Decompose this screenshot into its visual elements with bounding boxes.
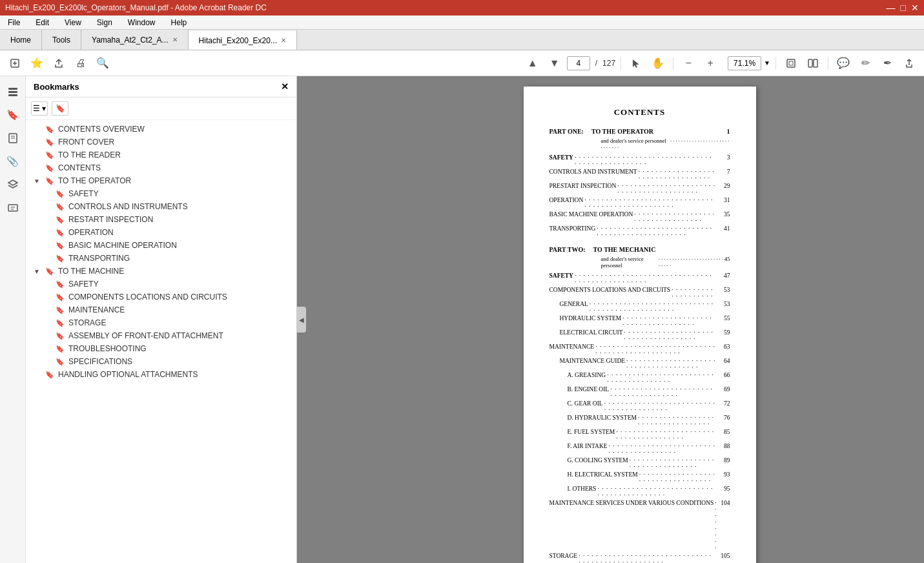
sidebar-bookmark-add-button[interactable]: 🔖 [52,101,68,116]
tab-tools[interactable]: Tools [42,30,81,50]
bookmark-label: STORAGE [68,318,106,327]
toc-row-storage: STORAGE · · · · · · · · · · · · · · · · … [549,553,730,563]
bookmark-assembly-front[interactable]: 🔖 ASSEMBLY OF FRONT-END ATTACHMENT [26,329,296,342]
pen-button[interactable]: ✏ [856,54,875,73]
tab-yamaha-label: Yamaha_At2_Ct2_A... [92,36,169,45]
zoom-input[interactable] [728,56,761,70]
menu-view[interactable]: View [62,17,84,28]
toc-row-fuel: E. FUEL SYSTEM · · · · · · · · · · · · ·… [568,429,730,442]
fit-page-button[interactable] [781,54,801,73]
bookmark-contents[interactable]: 🔖 CONTENTS [26,161,296,174]
bookmark-icon: 🔖 [56,306,65,314]
bookmark-label: CONTENTS OVERVIEW [58,125,145,134]
bookmark-front-cover[interactable]: 🔖 FRONT COVER [26,136,296,148]
bookmark-storage[interactable]: 🔖 STORAGE [26,316,296,329]
print-button[interactable]: 🖨 [71,54,90,73]
tab-home[interactable]: Home [0,30,42,50]
bookmark-transporting[interactable]: 🔖 TRANSPORTING [26,252,296,265]
strip-pages-button[interactable] [3,128,23,148]
create-button[interactable] [5,54,25,73]
toc-row-air-intake: F. AIR INTAKE · · · · · · · · · · · · · … [568,443,730,456]
tab-yamaha[interactable]: Yamaha_At2_Ct2_A... ✕ [81,30,189,50]
zoom-control: ▼ [728,56,770,70]
bookmark-to-the-operator[interactable]: ▼ 🔖 TO THE OPERATOR [26,174,296,187]
part-one-title: TO THE OPERATOR [591,128,653,135]
maximize-button[interactable]: □ [901,3,906,13]
bookmark-icon: 🔖 [56,190,65,198]
title-bar-controls[interactable]: — □ ✕ [887,3,919,13]
menu-window[interactable]: Window [125,17,158,28]
close-button[interactable]: ✕ [911,3,919,13]
bookmark-icon: 🔖 [56,229,65,237]
search-button[interactable]: 🔍 [93,54,112,73]
menu-edit[interactable]: Edit [33,17,52,28]
pdf-area[interactable]: ◀ CONTENTS PART ONE: TO THE OPERATOR 1 a… [297,76,924,563]
strip-attach-button[interactable]: 📎 [3,151,23,172]
menu-file[interactable]: File [5,17,23,28]
tab-home-label: Home [10,36,31,45]
cursor-tool-button[interactable] [626,54,646,73]
zoom-dropdown-icon[interactable]: ▼ [764,59,770,67]
bookmark-handling-optional[interactable]: 🔖 HANDLING OPTIONAL ATTACHMENTS [26,368,296,381]
toc-row-hydraulic-sys: D. HYDRAULIC SYSTEM · · · · · · · · · · … [568,415,730,427]
bookmark-safety-2[interactable]: 🔖 SAFETY [26,278,296,291]
expand-icon-expanded[interactable]: ▼ [34,268,41,275]
sidebar-menu-button[interactable]: ☰ ▾ [31,101,48,116]
bookmark-controls-instruments[interactable]: 🔖 CONTROLS AND INSTRUMENTS [26,200,296,213]
bookmark-label: TO THE MACHINE [58,267,124,276]
strip-layers2-button[interactable] [3,174,23,195]
bookmark-label: TO THE OPERATOR [58,176,131,185]
toc-row-safety2: SAFETY · · · · · · · · · · · · · · · · ·… [549,272,730,285]
bookmark-components-locations[interactable]: 🔖 COMPONENTS LOCATIONS AND CIRCUITS [26,291,296,303]
zoom-in-button[interactable]: + [701,54,720,73]
bookmark-icon: 🔖 [45,164,54,172]
strip-bookmark-button[interactable]: 🔖 [3,105,23,125]
bookmark-operation[interactable]: 🔖 OPERATION [26,226,296,239]
title-bar-text: Hitachi_Ex200_Ex200lc_Operators_Manual.p… [5,3,267,12]
expand-icon-expanded[interactable]: ▼ [34,178,41,185]
bookmark-maintenance[interactable]: 🔖 MAINTENANCE [26,303,296,316]
bookmark-label: FRONT COVER [58,138,114,147]
strip-form-button[interactable] [3,198,23,218]
bookmark-icon: 🔖 [45,371,54,379]
tab-hitachi[interactable]: Hitachi_Ex200_Ex20... ✕ [189,30,297,50]
collapse-sidebar-handle[interactable]: ◀ [297,307,306,333]
bookmark-label: SAFETY [68,189,99,198]
toc-row-components: COMPONENTS LOCATIONS AND CIRCUITS · · · … [549,287,730,300]
prev-page-button[interactable]: ▲ [523,54,542,73]
bookmark-contents-overview[interactable]: 🔖 CONTENTS OVERVIEW [26,123,296,136]
menu-sign[interactable]: Sign [94,17,115,28]
bookmark-to-the-reader[interactable]: 🔖 TO THE READER [26,148,296,161]
bookmark-button[interactable]: ⭐ [27,54,46,73]
next-page-button[interactable]: ▼ [545,54,564,73]
toc-row-maintenance: MAINTENANCE · · · · · · · · · · · · · · … [549,343,730,356]
bookmark-icon: 🔖 [45,125,54,134]
svg-rect-7 [8,88,17,90]
strip-layers-button[interactable] [3,81,23,102]
draw-button[interactable]: ✒ [878,54,897,73]
sidebar-close-icon[interactable]: ✕ [281,81,289,92]
bookmark-safety-1[interactable]: 🔖 SAFETY [26,187,296,200]
bookmarks-tree: 🔖 CONTENTS OVERVIEW 🔖 FRONT COVER 🔖 TO T… [26,120,296,563]
toc-row-transporting: TRANSPORTING · · · · · · · · · · · · · ·… [549,225,730,238]
page-number-input[interactable] [567,56,590,70]
comment-button[interactable]: 💬 [834,54,853,73]
bookmark-restart-inspection[interactable]: 🔖 RESTART INSPECTION [26,213,296,226]
bookmark-icon: 🔖 [56,319,65,327]
bookmark-basic-machine[interactable]: 🔖 BASIC MACHINE OPERATION [26,239,296,252]
view-mode-button[interactable] [803,54,823,73]
export-button[interactable] [899,54,919,73]
toc-row-cooling: G. COOLING SYSTEM · · · · · · · · · · · … [568,457,730,470]
pdf-page: CONTENTS PART ONE: TO THE OPERATOR 1 and… [524,87,756,563]
hand-tool-button[interactable]: ✋ [648,54,668,73]
bookmark-to-the-machine[interactable]: ▼ 🔖 TO THE MACHINE [26,265,296,278]
bookmark-troubleshooting[interactable]: 🔖 TROUBLESHOOTING [26,342,296,355]
share-button[interactable] [49,54,68,73]
minimize-button[interactable]: — [887,3,896,13]
zoom-out-button[interactable]: − [679,54,698,73]
bookmark-icon: 🔖 [56,358,65,366]
menu-help[interactable]: Help [169,17,190,28]
tab-hitachi-close[interactable]: ✕ [281,37,286,44]
bookmark-specifications[interactable]: 🔖 SPECIFICATIONS [26,355,296,368]
tab-yamaha-close[interactable]: ✕ [172,36,178,43]
